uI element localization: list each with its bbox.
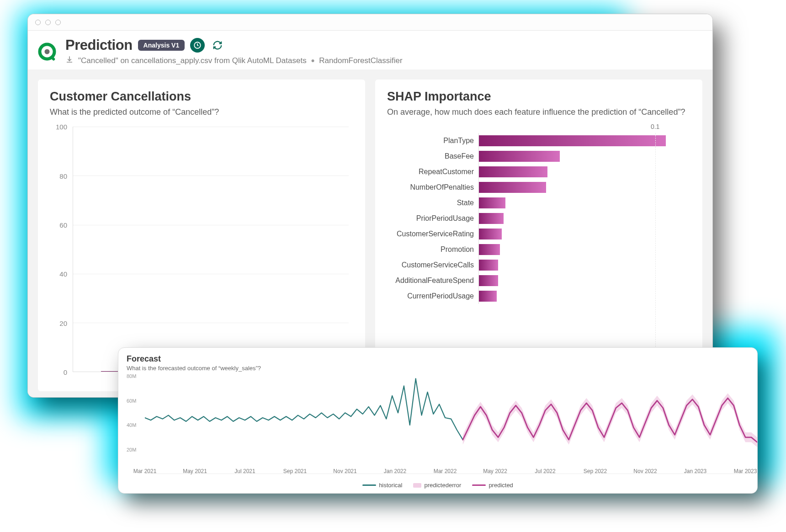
forecast-x-tick-label: Mar 2023: [734, 468, 757, 474]
main-window: Prediction Analysis V1 "Cancelled" on ca…: [27, 14, 713, 398]
y-tick-label: 60: [59, 221, 67, 229]
forecast-x-tick-label: Mar 2022: [434, 468, 457, 474]
shap-bar: [479, 260, 498, 271]
shap-feature-label: CustomerServiceRating: [387, 230, 478, 238]
download-icon[interactable]: [65, 55, 74, 66]
dataset-subtitle: "Cancelled" on cancellations_apply.csv f…: [78, 56, 307, 65]
shap-bar: [479, 229, 502, 239]
shap-chart: PlanTypeBaseFeeRepeatCustomerNumberOfPen…: [387, 123, 690, 381]
shap-row: NumberOfPenalties: [387, 180, 690, 195]
y-tick-label: 40: [59, 270, 67, 278]
shap-feature-label: BaseFee: [387, 152, 478, 160]
cancellations-subtitle: What is the predicted outcome of “Cancel…: [50, 106, 353, 117]
shap-bar: [479, 166, 547, 177]
forecast-x-tick-label: Jan 2022: [384, 468, 406, 474]
legend-historical: historical: [362, 482, 402, 489]
cancellations-title: Customer Cancellations: [50, 90, 353, 104]
forecast-x-tick-label: Nov 2021: [333, 468, 356, 474]
shap-row: BaseFee: [387, 149, 690, 164]
shap-x-tick-label: 0.1: [651, 123, 659, 130]
shap-bar: [479, 275, 498, 286]
page-title: Prediction: [65, 37, 133, 53]
forecast-title: Forecast: [127, 354, 749, 364]
shap-bar: [479, 135, 666, 146]
forecast-x-tick-label: Jan 2023: [684, 468, 706, 474]
window-dot-icon: [35, 20, 41, 25]
shap-title: SHAP Importance: [387, 90, 690, 104]
forecast-card: Forecast What is the forecasted outcome …: [118, 347, 758, 494]
shap-row: PlanType: [387, 133, 690, 149]
shap-bar: [479, 182, 546, 193]
forecast-y-tick-label: 20M: [127, 447, 136, 452]
forecast-x-tick-label: Jul 2021: [234, 468, 255, 474]
shap-subtitle: On average, how much does each feature i…: [387, 106, 690, 117]
forecast-x-tick-label: May 2021: [183, 468, 207, 474]
shap-row: State: [387, 195, 690, 211]
shap-feature-label: Promotion: [387, 245, 478, 254]
forecast-legend: historical predictederror predicted: [127, 480, 749, 489]
legend-predicted: predicted: [472, 482, 513, 489]
page-header: Prediction Analysis V1 "Cancelled" on ca…: [28, 31, 712, 69]
y-tick-label: 100: [56, 123, 67, 131]
shap-feature-label: AdditionalFeatureSpend: [387, 277, 478, 285]
forecast-y-tick-label: 80M: [127, 373, 136, 379]
forecast-x-tick-label: Sep 2022: [584, 468, 607, 474]
cancellations-card: Customer Cancellations What is the predi…: [38, 80, 365, 391]
y-tick-label: 20: [59, 319, 67, 327]
shap-feature-label: RepeatCustomer: [387, 168, 478, 176]
forecast-subtitle: What is the forecasted outcome of “weekl…: [127, 365, 749, 372]
shap-bar: [479, 213, 504, 224]
shap-row: CurrentPeriodUsage: [387, 288, 690, 304]
qlik-logo-icon: [38, 42, 58, 62]
shap-bar: [479, 291, 497, 302]
shap-row: RepeatCustomer: [387, 164, 690, 180]
shap-bar: [479, 197, 505, 208]
y-tick-label: 80: [59, 172, 67, 180]
shap-row: Promotion: [387, 242, 690, 257]
forecast-x-tick-label: Jul 2022: [535, 468, 555, 474]
forecast-chart: 20M40M60M80M Mar 2021May 2021Jul 2021Sep…: [127, 374, 749, 480]
shap-card: SHAP Importance On average, how much doe…: [375, 80, 702, 391]
shap-feature-label: PlanType: [387, 137, 478, 145]
svg-point-1: [45, 49, 50, 54]
model-name: RandomForestClassifier: [319, 56, 402, 65]
shap-row: PriorPeriodUsage: [387, 211, 690, 226]
shap-feature-label: CustomerServiceCalls: [387, 261, 478, 269]
forecast-y-tick-label: 60M: [127, 398, 136, 404]
shap-row: CustomerServiceCalls: [387, 257, 690, 273]
shap-feature-label: PriorPeriodUsage: [387, 214, 478, 223]
forecast-x-tick-label: Mar 2021: [133, 468, 157, 474]
shap-feature-label: CurrentPeriodUsage: [387, 292, 478, 300]
window-titlebar: [28, 14, 712, 31]
shap-row: CustomerServiceRating: [387, 226, 690, 242]
forecast-y-tick-label: 40M: [127, 422, 136, 428]
refresh-button[interactable]: [210, 38, 225, 53]
cancellations-chart: 020406080100 86%14%: [50, 127, 353, 381]
shap-bar: [479, 151, 560, 162]
history-button[interactable]: [190, 38, 205, 53]
window-dot-icon: [55, 20, 61, 25]
forecast-x-tick-label: May 2022: [483, 468, 507, 474]
clock-icon: [193, 41, 202, 49]
forecast-line-historical: [145, 378, 463, 440]
legend-predictederror: predictederror: [413, 482, 461, 489]
version-badge: Analysis V1: [138, 40, 185, 51]
refresh-icon: [212, 40, 223, 50]
shap-feature-label: NumberOfPenalties: [387, 183, 478, 192]
y-tick-label: 0: [64, 368, 67, 376]
shap-bar: [479, 244, 500, 255]
forecast-x-tick-label: Sep 2021: [283, 468, 307, 474]
forecast-x-tick-label: Nov 2022: [633, 468, 657, 474]
shap-feature-label: State: [387, 199, 478, 207]
shap-row: AdditionalFeatureSpend: [387, 273, 690, 288]
window-dot-icon: [45, 20, 51, 25]
